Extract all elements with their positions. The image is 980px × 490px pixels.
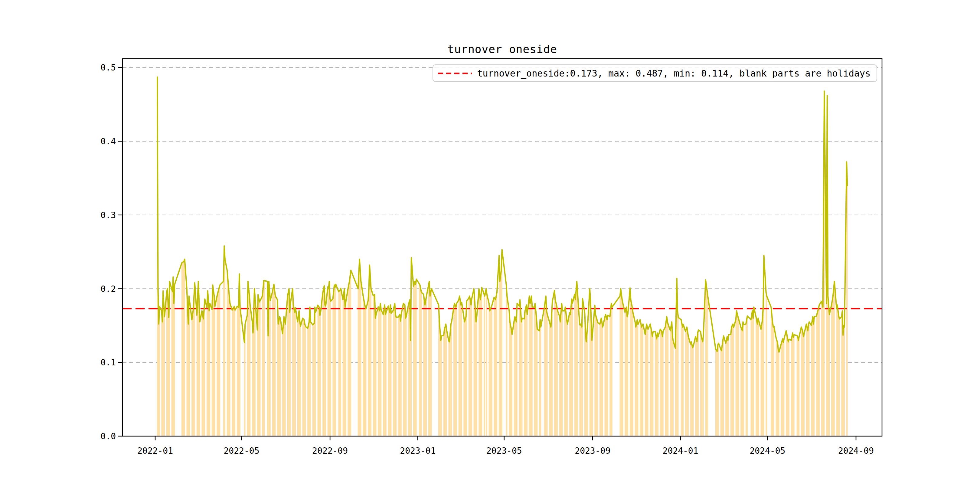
trading-week-bar-block (700, 331, 704, 436)
trading-week-bar-block (705, 280, 708, 436)
y-tick-label: 0.2 (100, 284, 116, 294)
trading-week-bar-block (554, 291, 558, 436)
x-tick-label: 2023-01 (400, 446, 436, 456)
trading-week-bar-block (620, 289, 624, 436)
trading-week-bar-block (625, 307, 628, 436)
y-tick-label: 0.1 (100, 358, 116, 368)
trading-week-bar-block (640, 320, 643, 436)
trading-week-bar-block (665, 317, 668, 436)
trading-week-bar-block (403, 303, 407, 436)
trading-week-bar-block (811, 317, 815, 436)
x-tick-label: 2024-01 (663, 446, 698, 456)
trading-week-bar-block (730, 324, 734, 436)
red-dashed-line-icon (438, 73, 472, 74)
x-tick-label: 2022-09 (312, 446, 348, 456)
trading-week-bar-block (645, 324, 649, 436)
trading-week-bar-block (363, 296, 366, 436)
trading-week-bar-block (539, 320, 541, 436)
trading-week-bar-block (378, 303, 382, 436)
trading-week-bar-block (486, 289, 487, 436)
trading-week-bar-block (776, 338, 780, 436)
legend-label: turnover_oneside:0.173, max: 0.487, min:… (477, 68, 870, 79)
trading-week-bar-block (756, 317, 759, 436)
trading-week-bar-block (524, 305, 528, 436)
y-tick-label: 0.5 (100, 63, 116, 73)
trading-week-bar-block (751, 307, 754, 436)
trading-week-bar-block (216, 285, 220, 436)
trading-week-bar-block (413, 279, 417, 436)
trading-week-bar-block (736, 311, 739, 436)
trading-week-bar-block (564, 307, 568, 436)
trading-week-bar-block (681, 320, 684, 436)
trading-week-bar-block (479, 287, 482, 436)
trading-week-bar-block (181, 259, 185, 436)
trading-week-bar-block (506, 285, 508, 436)
trading-week-bar-block (816, 305, 820, 436)
legend: turnover_oneside:0.173, max: 0.487, min:… (433, 64, 877, 82)
trading-week-bar-block (272, 284, 276, 436)
chart-title: turnover oneside (123, 43, 882, 55)
y-axis: 0.00.10.20.30.40.5 (100, 63, 123, 441)
trading-week-bar-block (801, 327, 805, 436)
trading-week-bar-block (529, 296, 533, 436)
x-axis: 2022-012022-052022-092023-012023-052023-… (137, 436, 874, 456)
trading-week-bar-block (765, 293, 767, 436)
trading-week-bar-block (232, 306, 235, 436)
trading-week-bar-block (690, 342, 694, 436)
y-tick-label: 0.4 (100, 137, 116, 146)
trading-week-bar-block (328, 281, 331, 436)
x-tick-label: 2024-09 (838, 446, 874, 456)
trading-week-bar-block (383, 305, 387, 436)
trading-week-bar-block (484, 294, 485, 436)
trading-week-bar-block (419, 284, 422, 436)
trading-week-bar-block (797, 336, 800, 436)
trading-week-bar-block (453, 303, 457, 436)
trading-week-bar-block (594, 305, 598, 436)
trading-week-bar-block (836, 305, 840, 436)
x-tick-label: 2023-09 (575, 446, 610, 456)
trading-week-bar-block (725, 335, 729, 436)
trading-week-bar-block (786, 331, 789, 436)
trading-week-bar-block (207, 291, 210, 436)
trading-week-bar-block (343, 289, 346, 436)
y-tick-label: 0.0 (100, 431, 116, 441)
trading-week-bar-block (574, 281, 578, 436)
trading-week-bar-block (746, 316, 748, 436)
trading-week-bar-block (423, 294, 427, 436)
trading-week-bar-block (262, 281, 265, 436)
trading-week-bar-block (494, 293, 497, 436)
trading-week-bar-block (428, 281, 432, 436)
trading-week-bar-block (444, 324, 447, 436)
trading-week-bar-block (398, 314, 402, 436)
figure: 2022-012022-052022-092023-012023-052023-… (0, 0, 980, 490)
trading-week-bar-block (317, 305, 321, 436)
trading-week-bar-block (569, 299, 573, 436)
trading-week-bar-block (458, 296, 462, 436)
trading-week-bar-block (685, 327, 689, 436)
trading-week-bar-block (781, 339, 784, 436)
trading-week-bar-block (544, 296, 548, 436)
trading-week-bar-block (660, 329, 663, 436)
trading-week-bar-block (600, 318, 603, 436)
trading-week-bar-block (635, 320, 638, 436)
trading-week-bar-block (282, 317, 286, 436)
trading-week-bar-block (791, 333, 795, 436)
trading-week-bar-block (393, 303, 396, 436)
x-tick-label: 2022-05 (224, 446, 259, 456)
trading-week-bar-block (302, 318, 306, 436)
trading-week-bar-block (609, 303, 612, 436)
trading-week-bar-block (348, 270, 351, 436)
trading-week-bar-block (655, 331, 659, 436)
trading-week-bar-block (559, 303, 563, 436)
x-tick-label: 2022-01 (137, 446, 173, 456)
trading-week-bar-block (489, 303, 492, 436)
trading-week-bar-block (388, 305, 392, 436)
trading-week-bar-block (740, 322, 744, 436)
y-tick-label: 0.3 (100, 210, 116, 220)
trading-week-bar-block (312, 307, 316, 436)
trading-week-bar-block (650, 324, 653, 436)
trading-week-bar-block (605, 315, 608, 436)
trading-week-bar-block (338, 288, 341, 436)
trading-week-bar-block (469, 296, 472, 436)
trading-week-bar-block (332, 284, 336, 436)
